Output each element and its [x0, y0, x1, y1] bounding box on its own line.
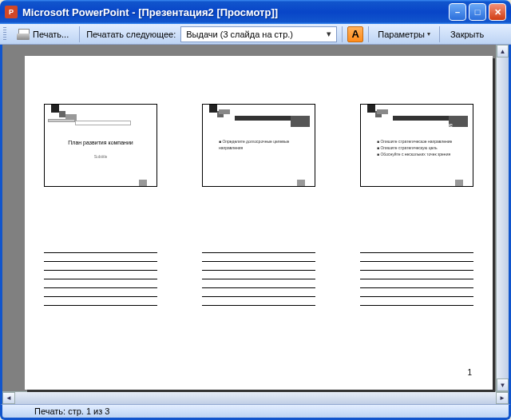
status-text: Печать: стр. 1 из 3: [34, 406, 109, 416]
minimize-button[interactable]: –: [449, 3, 466, 21]
close-preview-button[interactable]: Закрыть: [445, 26, 489, 43]
orientation-landscape-button[interactable]: A: [347, 26, 363, 42]
options-label: Параметры: [378, 30, 425, 39]
dropdown-arrow-icon: ▾: [323, 29, 335, 39]
horizontal-scrollbar[interactable]: ◄ ►: [2, 391, 509, 404]
print-button-label: Печать...: [33, 30, 69, 39]
hscroll-track[interactable]: [15, 392, 496, 404]
close-button[interactable]: ✕: [489, 3, 506, 21]
slide-1-title: План развития компании: [45, 140, 156, 145]
notes-lines-2: [202, 244, 315, 314]
window-title: Microsoft PowerPoint - [Презентация2 [Пр…: [22, 6, 449, 18]
slide-thumb-1: План развития компании Subtitle: [44, 104, 157, 187]
handout-page: План развития компании Subtitle Прогноз …: [25, 56, 493, 390]
scroll-down-button[interactable]: ▼: [497, 378, 509, 391]
slide-3-title: Цель и направление: [399, 122, 453, 128]
slide-3-bullets: Опишите стратегическое направление Опиши…: [377, 138, 465, 157]
options-button[interactable]: Параметры ▾: [374, 27, 434, 42]
vertical-scrollbar[interactable]: ▲ ▼: [496, 45, 509, 391]
close-preview-label: Закрыть: [450, 30, 484, 39]
maximize-button[interactable]: □: [469, 3, 486, 21]
print-what-select[interactable]: Выдачи (3 слайда на стр.) ▾: [180, 26, 337, 42]
status-bar: Печать: стр. 1 из 3: [0, 404, 511, 420]
print-what-label: Печатать следующее:: [85, 30, 177, 39]
slide-thumb-2: Прогноз Определите долгосрочные целевые …: [202, 104, 315, 187]
slide-2-bullets: Определите долгосрочные целевые направле…: [219, 138, 307, 151]
page-number: 1: [467, 368, 472, 377]
slide-thumb-3: Цель и направление Опишите стратегическо…: [360, 104, 473, 187]
scroll-up-button[interactable]: ▲: [497, 45, 509, 57]
titlebar: P Microsoft PowerPoint - [Презентация2 […: [0, 0, 511, 24]
chevron-down-icon: ▾: [427, 30, 430, 38]
toolbar-grip[interactable]: [3, 27, 6, 42]
print-preview-toolbar: Печать... Печатать следующее: Выдачи (3 …: [0, 24, 511, 45]
slide-2-title: Прогноз: [241, 122, 262, 128]
separator: [342, 26, 343, 42]
scroll-right-button[interactable]: ►: [496, 392, 509, 404]
separator: [368, 26, 369, 42]
print-what-value: Выдачи (3 слайда на стр.): [186, 30, 293, 39]
separator: [439, 26, 440, 42]
scroll-left-button[interactable]: ◄: [2, 392, 15, 404]
app-icon: P: [5, 6, 18, 18]
vscroll-track[interactable]: [497, 57, 509, 378]
printer-icon: [17, 29, 30, 40]
print-button[interactable]: Печать...: [11, 26, 74, 43]
separator: [79, 26, 80, 42]
preview-workspace: План развития компании Subtitle Прогноз …: [0, 45, 511, 404]
notes-lines-1: [44, 244, 157, 314]
notes-lines-3: [360, 244, 473, 314]
slide-1-subtitle: Subtitle: [45, 154, 156, 159]
